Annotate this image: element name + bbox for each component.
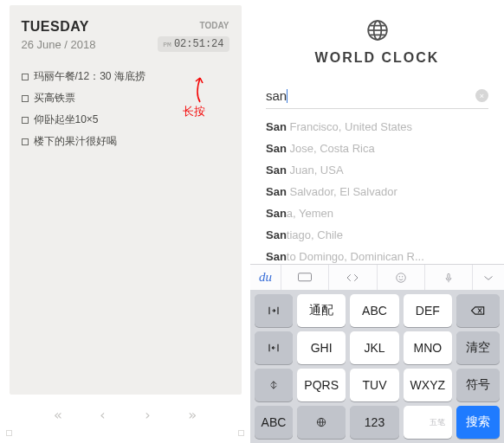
text-cursor: [287, 89, 288, 103]
todo-item[interactable]: 楼下的果汁很好喝: [22, 134, 229, 149]
close-icon: ×: [480, 92, 484, 100]
nav-last[interactable]: »: [188, 407, 197, 423]
key-backspace[interactable]: [456, 294, 500, 327]
svg-point-9: [399, 276, 400, 277]
key-space[interactable]: 五笔: [404, 406, 452, 439]
keyboard: du 通配 ABC DEF GHI JKL MNO 清空 PQRS TUV WX…: [250, 264, 504, 443]
keyboard-toolbar: du: [250, 264, 504, 290]
space-hint: 五笔: [430, 417, 445, 428]
key-separator3[interactable]: [255, 369, 293, 401]
key-jkl[interactable]: JKL: [350, 331, 398, 364]
nav-next[interactable]: ›: [144, 407, 152, 423]
todo-text: 买高铁票: [34, 91, 75, 106]
time-label: 02:51:24: [174, 38, 224, 50]
ime-brand-button[interactable]: du: [250, 265, 281, 290]
result-item[interactable]: Sana, Yemen: [266, 202, 488, 224]
key-separator2[interactable]: [255, 331, 293, 364]
result-item[interactable]: San Salvador, El Salvador: [266, 181, 488, 202]
key-pqrs[interactable]: PQRS: [297, 369, 346, 401]
key-globe[interactable]: [297, 406, 346, 439]
key-symbols[interactable]: 符号: [456, 369, 500, 401]
search-field[interactable]: san ×: [266, 88, 488, 109]
voice-button[interactable]: [425, 265, 473, 290]
search-value: san: [266, 88, 287, 103]
key-abc-mode[interactable]: ABC: [255, 406, 293, 439]
key-search[interactable]: 搜索: [456, 406, 500, 439]
todo-text: 仰卧起坐10×5: [34, 112, 99, 127]
key-ghi[interactable]: GHI: [297, 331, 346, 364]
world-clock-header: WORLD CLOCK: [250, 0, 504, 66]
clock-badge[interactable]: PM 02:51:24: [158, 36, 229, 52]
keyboard-layout-button[interactable]: [281, 265, 329, 290]
day-label: TUESDAY: [22, 19, 89, 35]
result-item[interactable]: San Juan, USA: [266, 159, 488, 181]
nav-prev[interactable]: ‹: [99, 407, 107, 423]
key-clear[interactable]: 清空: [456, 331, 500, 364]
keyboard-grid: 通配 ABC DEF GHI JKL MNO 清空 PQRS TUV WXYZ …: [250, 290, 504, 443]
clear-button[interactable]: ×: [475, 89, 488, 102]
annotation-longpress: 长按: [183, 73, 205, 119]
annotation-label: 长按: [183, 104, 205, 119]
ampm-label: PM: [163, 41, 171, 48]
key-def[interactable]: DEF: [404, 294, 452, 327]
key-123[interactable]: 123: [350, 406, 398, 439]
collapse-button[interactable]: [473, 265, 504, 290]
world-clock-title: WORLD CLOCK: [315, 50, 440, 66]
checkbox-icon[interactable]: [22, 117, 29, 124]
today-card: TUESDAY TODAY 26 June / 2018 PM 02:51:24…: [10, 5, 242, 395]
corner-handle-right: [238, 430, 244, 436]
key-tongpei[interactable]: 通配: [297, 294, 346, 327]
right-panel: WORLD CLOCK san × San Francisco, United …: [250, 0, 504, 443]
svg-point-10: [402, 276, 403, 277]
todo-text: 玛丽午餐/12：30 海底捞: [34, 69, 145, 84]
result-item[interactable]: Santiago, Chile: [266, 224, 488, 246]
bottom-nav: « ‹ › »: [54, 395, 197, 434]
checkbox-icon[interactable]: [22, 95, 29, 102]
svg-point-8: [396, 273, 405, 282]
search-results: San Francisco, United States San Jose, C…: [266, 116, 488, 267]
emoji-button[interactable]: [378, 265, 425, 290]
checkbox-icon[interactable]: [22, 138, 29, 145]
key-tuv[interactable]: TUV: [350, 369, 398, 401]
key-wxyz[interactable]: WXYZ: [404, 369, 452, 401]
key-abc2[interactable]: ABC: [350, 294, 398, 327]
result-item[interactable]: San Francisco, United States: [266, 116, 488, 138]
nav-first[interactable]: «: [54, 407, 62, 423]
arrow-icon: [183, 73, 205, 104]
svg-rect-11: [448, 273, 449, 279]
key-mno[interactable]: MNO: [404, 331, 452, 364]
code-button[interactable]: [329, 265, 377, 290]
today-label: TODAY: [200, 21, 229, 30]
date-label: 26 June / 2018: [22, 38, 96, 51]
corner-handle-left: [6, 430, 12, 436]
checkbox-icon[interactable]: [22, 74, 29, 80]
key-separator[interactable]: [255, 294, 293, 327]
svg-rect-3: [299, 273, 312, 280]
left-panel: TUESDAY TODAY 26 June / 2018 PM 02:51:24…: [0, 0, 250, 443]
result-item[interactable]: San Jose, Costa Rica: [266, 138, 488, 159]
globe-icon: [366, 19, 389, 45]
todo-text: 楼下的果汁很好喝: [34, 134, 117, 149]
